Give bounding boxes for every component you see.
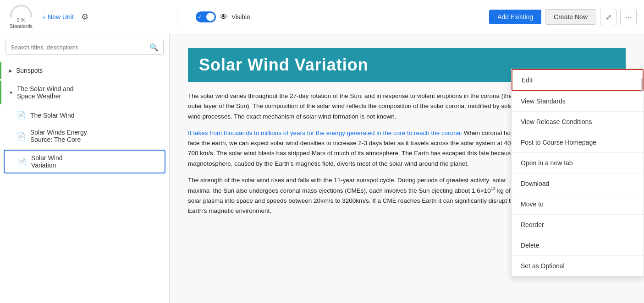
add-existing-button[interactable]: Add Existing	[489, 10, 541, 24]
sidebar-item-solar-wind-variation[interactable]: 📄 Solar WindVariation	[4, 150, 165, 173]
paragraph-3: The strength of the solar wind rises and…	[188, 175, 525, 216]
dropdown-item-post-homepage[interactable]: Post to Course Homepage	[512, 132, 644, 153]
toggle-check-icon: ✓	[198, 14, 202, 20]
solar-winds-energy-label: Solar Winds EnergySource: The Core	[30, 129, 87, 143]
sidebar-scroll: ▶ Sunspots ▼ The Solar Wind andSpace Wea…	[0, 60, 169, 303]
gauge-arc	[10, 5, 32, 17]
paragraph-2: It takes from thousands to millions of y…	[188, 128, 525, 169]
dropdown-item-set-optional[interactable]: Set as Optional	[512, 256, 644, 276]
dropdown-item-view-standards[interactable]: View Standards	[512, 91, 644, 112]
dropdown-item-download[interactable]: Download	[512, 173, 644, 194]
content-text: The solar wind varies throughout the 27-…	[188, 91, 525, 232]
document-icon: 📄	[17, 157, 27, 166]
more-options-button[interactable]: ⋯	[620, 9, 637, 25]
gear-button[interactable]: ⚙	[81, 12, 88, 22]
search-bar: 🔍	[6, 40, 164, 55]
fullscreen-button[interactable]: ⤢	[600, 9, 616, 25]
chevron-right-icon: ▶	[9, 68, 12, 73]
dropdown-scrollbar[interactable]	[641, 78, 643, 92]
standards-gauge: 0 % Standards	[7, 5, 35, 29]
paragraph-1: The solar wind varies throughout the 27-…	[188, 91, 525, 122]
dropdown-item-open-new-tab[interactable]: Open in a new tab	[512, 153, 644, 173]
sidebar-item-solar-wind[interactable]: 📄 The Solar Wind	[0, 106, 169, 124]
visible-label: Visible	[231, 13, 250, 21]
dropdown-item-view-release-conditions[interactable]: View Release Conditions	[512, 112, 644, 132]
main-layout: 🔍 ▶ Sunspots ▼ The Solar Wind andSpace W…	[0, 34, 644, 303]
search-icon: 🔍	[149, 43, 159, 52]
dropdown-item-reorder[interactable]: Reorder	[512, 215, 644, 235]
dropdown-item-move-to[interactable]: Move to	[512, 194, 644, 215]
visible-toggle[interactable]: ✓	[196, 11, 216, 22]
dropdown-menu: Edit View Standards View Release Conditi…	[511, 69, 644, 277]
sidebar-section-solar-wind-weather[interactable]: ▼ The Solar Wind andSpace Weather	[0, 81, 169, 104]
sidebar-item-solar-winds-energy[interactable]: 📄 Solar Winds EnergySource: The Core	[0, 124, 169, 148]
create-new-button[interactable]: Create New	[545, 9, 596, 25]
document-icon: 📄	[17, 132, 26, 141]
top-bar-left: 0 % Standards + New Unit ⚙	[7, 5, 177, 29]
chevron-down-icon: ▼	[9, 90, 13, 95]
toggle-knob	[206, 13, 215, 21]
solar-wind-weather-label: The Solar Wind andSpace Weather	[17, 85, 74, 100]
dropdown-item-delete[interactable]: Delete	[512, 235, 644, 256]
gauge-text: 0 % Standards	[10, 17, 33, 29]
top-bar-right: Add Existing Create New ⤢ ⋯	[489, 9, 637, 25]
sunspots-label: Sunspots	[16, 67, 43, 74]
eye-icon: 👁	[220, 12, 228, 22]
solar-wind-variation-label: Solar WindVariation	[31, 154, 62, 169]
divider	[177, 8, 177, 26]
sidebar: 🔍 ▶ Sunspots ▼ The Solar Wind andSpace W…	[0, 34, 170, 303]
sidebar-section-sunspots[interactable]: ▶ Sunspots	[0, 62, 169, 79]
content-area: Solar Wind Variation The solar wind vari…	[170, 34, 644, 303]
new-unit-button[interactable]: + New Unit	[42, 13, 74, 21]
search-input[interactable]	[11, 44, 146, 51]
solar-wind-label: The Solar Wind	[30, 112, 74, 119]
document-icon: 📄	[17, 111, 26, 119]
toggle-container: ✓ 👁 Visible	[196, 11, 250, 22]
dropdown-item-edit[interactable]: Edit	[512, 69, 644, 91]
top-bar-middle: ✓ 👁 Visible	[187, 11, 489, 22]
top-bar: 0 % Standards + New Unit ⚙ ✓ 👁 Visible A…	[0, 0, 644, 34]
